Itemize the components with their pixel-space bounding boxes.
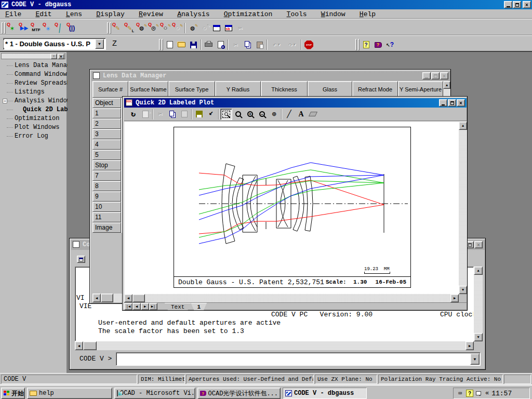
new-file-icon[interactable] bbox=[164, 39, 176, 50]
ldm-column-header[interactable]: Surface Name bbox=[128, 81, 168, 98]
plot-cut-icon[interactable]: ✂ bbox=[154, 109, 166, 120]
menu-display[interactable]: Display bbox=[91, 9, 130, 19]
sidebar-item-lens-data-manager[interactable]: Lens Data Manager bbox=[0, 61, 68, 70]
sidebar-item-analysis-windows[interactable]: Analysis Windows bbox=[0, 97, 68, 105]
task-ocad-visual[interactable]: OCAD - Microsoft Vi... bbox=[114, 388, 195, 399]
scroll-left-button[interactable]: ◀ bbox=[75, 341, 83, 350]
quick-plot-icon[interactable]: ✎ bbox=[112, 22, 124, 34]
minimized-window-fragment[interactable] bbox=[77, 256, 85, 263]
context-help-icon[interactable]: ↖? bbox=[384, 39, 396, 50]
sidebar-item-listings[interactable]: Listings bbox=[0, 88, 68, 97]
lens-draw-icon[interactable]: ○✎ bbox=[159, 22, 171, 34]
ldm-row-header[interactable]: 1 bbox=[92, 108, 121, 118]
cut-icon[interactable]: ✂ bbox=[230, 39, 242, 50]
surface-draw-icon[interactable]: ○✎ bbox=[198, 22, 210, 34]
tab-next-button[interactable]: ▶ bbox=[141, 303, 149, 310]
lens-selector-input[interactable] bbox=[4, 40, 95, 48]
zoom-in-icon[interactable]: + bbox=[244, 109, 256, 120]
display-tray-icon[interactable]: ▾ bbox=[475, 389, 484, 397]
close-button[interactable]: × bbox=[523, 1, 531, 8]
ldm-column-header[interactable]: Surface # bbox=[92, 81, 128, 98]
scroll-thumb[interactable] bbox=[83, 341, 97, 350]
start-button[interactable]: 开始 bbox=[1, 388, 25, 399]
toolbar-grip[interactable] bbox=[2, 22, 3, 34]
command-close-button[interactable]: × bbox=[474, 241, 483, 248]
command-vscrollbar[interactable]: ▲ ▼ bbox=[474, 267, 483, 341]
command-hscrollbar[interactable]: ◀ ▶ bbox=[75, 341, 474, 350]
help-book-icon[interactable]: ? bbox=[372, 39, 384, 50]
sidebar-item-command-window[interactable]: Command Window bbox=[0, 70, 68, 79]
menu-optimization[interactable]: Optimization bbox=[219, 9, 278, 19]
worksheet-buffer-icon[interactable]: sb bbox=[222, 22, 234, 34]
mtf-analysis-icon[interactable]: MTF bbox=[30, 22, 42, 34]
help-tray-icon[interactable]: ? bbox=[466, 390, 473, 397]
ldm-row-header[interactable]: 2 bbox=[92, 118, 121, 129]
plot-canvas[interactable]: 19.23 MM Double Gauss - U.S. Patent 2,53… bbox=[124, 122, 459, 294]
plot-hscrollbar[interactable]: ◀ ▶ bbox=[124, 294, 459, 302]
solid-view-icon[interactable]: ◍✎ bbox=[136, 22, 148, 34]
ldm-row-header[interactable]: Image bbox=[92, 222, 121, 233]
ray-fan-analysis-icon[interactable]: ✶ bbox=[6, 22, 18, 34]
plot-scroll-right[interactable]: ▶ bbox=[450, 294, 459, 302]
command-input[interactable] bbox=[117, 354, 470, 364]
ldm-row-header[interactable]: 9 bbox=[92, 191, 121, 202]
ldm-close-button[interactable]: × bbox=[440, 72, 448, 79]
tab-first-button[interactable]: |◀ bbox=[124, 303, 132, 310]
tree-expand-box[interactable]: − bbox=[3, 99, 7, 103]
plot-titlebar[interactable]: DOC Quick 2D Labeled Plot × bbox=[124, 98, 467, 108]
menu-edit[interactable]: Edit bbox=[30, 9, 57, 19]
menu-analysis[interactable]: Analysis bbox=[172, 9, 215, 19]
zoom-out-icon[interactable]: − bbox=[256, 109, 268, 120]
menu-review[interactable]: Review bbox=[134, 9, 168, 19]
tab-prev-button[interactable]: ◀ bbox=[132, 303, 141, 310]
zoom-normal-icon[interactable] bbox=[232, 109, 244, 120]
minimize-button[interactable] bbox=[504, 1, 512, 8]
ldm-column-header[interactable]: Surface Type bbox=[168, 81, 215, 98]
ldm-titlebar[interactable]: Lens Data Manager × bbox=[91, 71, 450, 81]
ldm-row-header[interactable]: 10 bbox=[92, 202, 121, 212]
ldm-scroll-thumb[interactable] bbox=[101, 294, 113, 302]
sidebar-item-review-spreadsheet[interactable]: Review Spreadshee bbox=[0, 79, 68, 88]
ldm-column-header[interactable]: Thickness bbox=[261, 81, 308, 98]
scroll-down-button[interactable]: ▼ bbox=[474, 333, 483, 341]
print-preview-icon[interactable] bbox=[215, 39, 227, 50]
ldm-scroll-up[interactable]: ▲ bbox=[443, 81, 450, 89]
lens-draw-2-icon[interactable]: ○✎ bbox=[171, 22, 183, 34]
plot-scroll-left[interactable]: ◀ bbox=[124, 294, 132, 302]
field-plot-icon[interactable]: ▶▶ bbox=[18, 22, 30, 34]
menu-tools[interactable]: Tools bbox=[282, 9, 312, 19]
restore-button[interactable] bbox=[513, 1, 521, 8]
tab-plot-1[interactable]: 1 bbox=[191, 303, 207, 310]
ldm-column-header[interactable]: Refract Mode bbox=[352, 81, 398, 98]
open-file-icon[interactable] bbox=[176, 39, 188, 50]
stop-icon[interactable]: STOP bbox=[303, 39, 315, 50]
keyboard-tray-icon[interactable]: ⌨ bbox=[456, 389, 464, 397]
ldm-row-header[interactable]: 5 bbox=[92, 150, 121, 160]
print-icon[interactable] bbox=[203, 39, 215, 50]
paste-icon[interactable] bbox=[254, 39, 265, 50]
line-tool-icon[interactable]: ╱ bbox=[283, 109, 295, 120]
spreadsheet-window-icon[interactable] bbox=[210, 22, 222, 34]
plot-save-icon[interactable] bbox=[193, 109, 205, 120]
eraser-tool-icon[interactable] bbox=[307, 109, 319, 120]
ldm-maximize-button[interactable] bbox=[431, 72, 440, 79]
scroll-right-button[interactable]: ▶ bbox=[466, 341, 474, 350]
plot-maximize-button[interactable] bbox=[448, 99, 456, 107]
lens-selector-dropdown-button[interactable]: ▼ bbox=[95, 39, 104, 49]
plot-paste-icon[interactable] bbox=[178, 109, 190, 120]
command-input-combo[interactable]: ▼ bbox=[116, 352, 481, 366]
plot-scroll-down[interactable]: ▼ bbox=[459, 286, 467, 294]
plot-minimize-button[interactable] bbox=[439, 99, 447, 107]
save-file-icon[interactable] bbox=[188, 39, 200, 50]
text-tool-icon[interactable]: A bbox=[295, 109, 307, 120]
solid-view-2-icon[interactable]: ◎✎ bbox=[148, 22, 159, 34]
help-topics-icon[interactable]: ? bbox=[360, 39, 372, 50]
zoom-position-label[interactable]: Z bbox=[112, 39, 117, 48]
ldm-row-header[interactable]: Object bbox=[92, 98, 121, 108]
ldm-scroll-left[interactable]: ◀ bbox=[92, 294, 101, 302]
plot-properties-icon[interactable]: ✎ bbox=[139, 109, 151, 120]
sidebar-item-plot-windows[interactable]: Plot Windows bbox=[0, 123, 68, 132]
scroll-up-button[interactable]: ▲ bbox=[474, 267, 483, 275]
ldm-row-header[interactable]: 4 bbox=[92, 139, 121, 150]
plot-close-button[interactable]: × bbox=[457, 99, 465, 107]
